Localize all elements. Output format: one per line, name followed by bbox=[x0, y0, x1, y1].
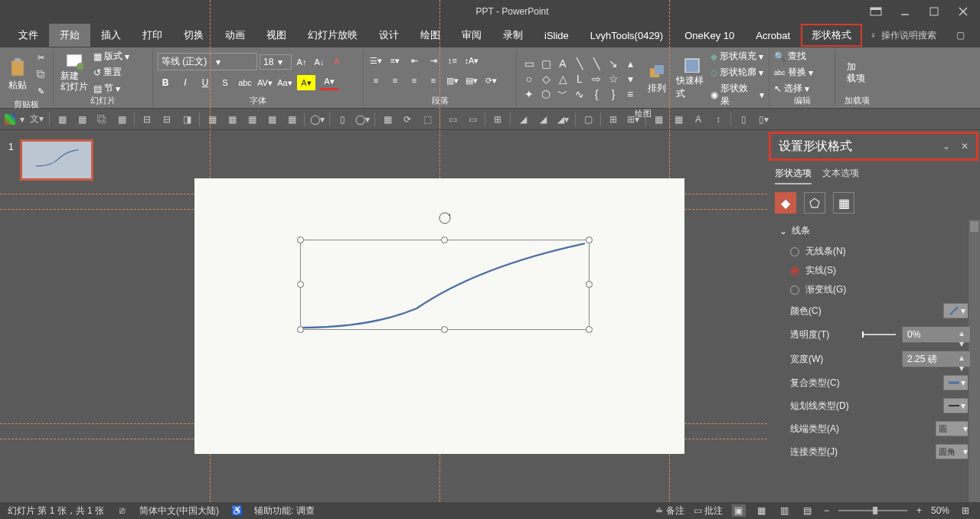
line-spacing-icon[interactable]: ↕≡ bbox=[445, 53, 460, 68]
notes-button[interactable]: ≐ 备注 bbox=[655, 504, 684, 517]
qat-i13[interactable]: ◯▾ bbox=[309, 112, 325, 127]
comments-icon[interactable]: ▢ bbox=[956, 30, 965, 41]
menu-draw[interactable]: 绘图 bbox=[410, 24, 451, 47]
handle-tc[interactable] bbox=[441, 237, 448, 243]
handle-ml[interactable] bbox=[297, 281, 304, 288]
align-right-icon[interactable]: ≡ bbox=[407, 73, 422, 88]
section-line[interactable]: ⌄线条 bbox=[779, 220, 971, 242]
clear-format-icon[interactable]: A̸ bbox=[329, 54, 345, 70]
minimize-button[interactable] bbox=[897, 4, 913, 19]
fill-line-icon[interactable]: ◆ bbox=[775, 192, 796, 214]
bold-icon[interactable]: B bbox=[158, 75, 173, 90]
menu-home[interactable]: 开始 bbox=[49, 24, 90, 47]
tab-shape-options[interactable]: 形状选项 bbox=[775, 167, 812, 184]
zoom-value[interactable]: 50% bbox=[931, 505, 949, 516]
qat-i1[interactable]: ▦ bbox=[54, 112, 70, 127]
spacing-icon[interactable]: AV▾ bbox=[257, 75, 273, 90]
layout-button[interactable]: ▦版式▾ bbox=[93, 50, 129, 63]
menu-print[interactable]: 打印 bbox=[132, 24, 173, 47]
shape-fill-button[interactable]: ◆形状填充▾ bbox=[710, 50, 763, 63]
access-icon[interactable]: ♿ bbox=[230, 504, 243, 517]
qat-i2[interactable]: ▦ bbox=[74, 112, 90, 127]
qat-i32[interactable]: ▯ bbox=[736, 112, 751, 127]
addins-button[interactable]: 加 载项 bbox=[840, 51, 872, 94]
view-slideshow-icon[interactable]: ▤ bbox=[801, 504, 815, 517]
handle-bl[interactable] bbox=[297, 326, 304, 333]
highlight-icon[interactable]: A▾ bbox=[297, 75, 315, 90]
size-props-icon[interactable]: ▦ bbox=[833, 192, 854, 214]
qat-i7[interactable]: ◨ bbox=[179, 112, 194, 127]
fit-window-icon[interactable]: ⊞ bbox=[959, 504, 972, 517]
qat-i5[interactable]: ⊟ bbox=[139, 112, 155, 127]
qat-i21[interactable]: ⊞ bbox=[490, 112, 505, 127]
menu-design[interactable]: 设计 bbox=[368, 24, 410, 47]
shape-selection[interactable] bbox=[300, 240, 590, 330]
qat-i15[interactable]: ◯▾ bbox=[354, 112, 370, 127]
shape-effects-button[interactable]: ◉形状效果▾ bbox=[710, 82, 764, 108]
color-picker[interactable]: ▾ bbox=[943, 303, 971, 318]
dash-picker[interactable]: ▾ bbox=[943, 398, 971, 413]
handle-tl[interactable] bbox=[297, 237, 304, 243]
view-normal-icon[interactable]: ▣ bbox=[732, 504, 746, 517]
qat-i4[interactable]: ▦ bbox=[114, 112, 129, 127]
menu-animation[interactable]: 动画 bbox=[214, 24, 256, 47]
handle-tr[interactable] bbox=[586, 237, 593, 243]
slide-canvas[interactable] bbox=[111, 130, 767, 502]
qat-i31[interactable]: ↕ bbox=[710, 112, 726, 127]
view-reading-icon[interactable]: ▥ bbox=[778, 504, 792, 517]
qat-i23[interactable]: ◢ bbox=[535, 112, 550, 127]
rotation-handle[interactable] bbox=[438, 211, 452, 225]
menu-insert[interactable]: 插入 bbox=[90, 24, 132, 47]
shadow-icon[interactable]: abc bbox=[237, 75, 253, 90]
paste-button[interactable]: 粘贴 bbox=[5, 53, 30, 96]
radio-no-line[interactable]: 无线条(N) bbox=[779, 242, 971, 261]
qat-i17[interactable]: ⟳ bbox=[400, 112, 415, 127]
qat-i11[interactable]: ▦ bbox=[264, 112, 279, 127]
replace-button[interactable]: abc替换▾ bbox=[774, 66, 813, 79]
font-size-combo[interactable]: 18▾ bbox=[260, 54, 292, 70]
bullets-icon[interactable]: ☰▾ bbox=[368, 53, 384, 68]
menu-acrobat[interactable]: Acrobat bbox=[745, 25, 801, 46]
menu-onekey[interactable]: OneKey 10 bbox=[674, 25, 745, 46]
radio-solid-line[interactable]: 实线(S) bbox=[779, 261, 971, 280]
text-direction-icon[interactable]: ↕A▾ bbox=[464, 53, 479, 68]
qat-i26[interactable]: ⊞ bbox=[606, 112, 621, 127]
effects-icon[interactable]: ⬠ bbox=[804, 192, 825, 214]
handle-bc[interactable] bbox=[441, 326, 448, 333]
lang-icon[interactable]: ⎚ bbox=[115, 504, 129, 517]
align-center-icon[interactable]: ≡ bbox=[387, 73, 403, 88]
transparency-input[interactable]: 0%▴▾ bbox=[902, 326, 971, 343]
join-picker[interactable]: 圆角▾ bbox=[936, 444, 971, 459]
qat-i25[interactable]: ▢ bbox=[580, 112, 596, 127]
font-name-combo[interactable]: 等线 (正文)▾ bbox=[158, 53, 257, 70]
qat-text-icon[interactable]: 文▾ bbox=[29, 112, 44, 127]
ribbon-display-icon[interactable] bbox=[868, 4, 884, 19]
tell-me[interactable]: ♀ 操作说明搜索 bbox=[870, 29, 936, 42]
shape-gallery[interactable]: ▭▢A╲╲↘▴ ○◇△L⇨☆▾ ✦⬡﹀∿{}≡ bbox=[521, 57, 638, 101]
comments-button[interactable]: ▭ 批注 bbox=[694, 504, 723, 517]
zoom-slider[interactable] bbox=[838, 510, 907, 511]
zoom-out-icon[interactable]: − bbox=[824, 505, 829, 516]
numbering-icon[interactable]: ≡▾ bbox=[387, 53, 403, 68]
new-slide-button[interactable]: 新建 幻灯片 bbox=[58, 51, 90, 94]
qat-i20[interactable]: ▭ bbox=[465, 112, 480, 127]
qat-i6[interactable]: ⊟ bbox=[159, 112, 175, 127]
pane-close-icon[interactable]: ✕ bbox=[961, 141, 969, 152]
copy-icon[interactable]: ⿻ bbox=[33, 67, 48, 82]
italic-icon[interactable]: I bbox=[178, 75, 193, 90]
align-left-icon[interactable]: ≡ bbox=[368, 73, 384, 88]
case-icon[interactable]: Aa▾ bbox=[277, 75, 292, 90]
maximize-button[interactable] bbox=[926, 4, 942, 19]
select-button[interactable]: ↖选择▾ bbox=[774, 82, 809, 95]
status-lang[interactable]: 简体中文(中国大陆) bbox=[139, 504, 219, 517]
menu-lvyh[interactable]: LvyhTools(0429) bbox=[580, 25, 674, 46]
indent-dec-icon[interactable]: ⇤ bbox=[407, 53, 422, 68]
compound-picker[interactable]: ▾ bbox=[943, 375, 971, 390]
menu-file[interactable]: 文件 bbox=[8, 24, 49, 47]
width-input[interactable]: 2.25 磅▴▾ bbox=[902, 351, 971, 367]
qat-i30[interactable]: A bbox=[691, 112, 706, 127]
qat-i19[interactable]: ▭ bbox=[445, 112, 460, 127]
tab-text-options[interactable]: 文本选项 bbox=[822, 167, 859, 184]
menu-review[interactable]: 审阅 bbox=[451, 24, 492, 47]
qat-i29[interactable]: ▦ bbox=[671, 112, 686, 127]
